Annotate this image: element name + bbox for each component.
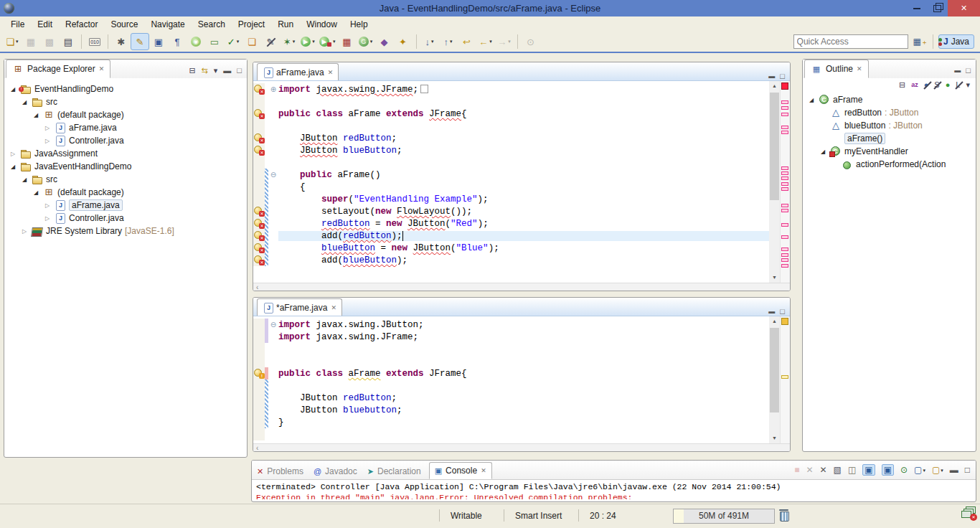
console-area-tab-problems[interactable]: ✕Problems	[252, 463, 308, 479]
minimize-button[interactable]: ▬	[950, 466, 958, 474]
close-icon[interactable]: ✕	[331, 304, 336, 311]
menu-file[interactable]: File	[4, 19, 31, 29]
code-line[interactable]	[253, 428, 769, 440]
error-marker-icon[interactable]	[253, 132, 265, 144]
error-marker-icon[interactable]	[253, 254, 265, 266]
code-line[interactable]: public class aFrame extends JFrame{	[253, 367, 769, 380]
collapsed-expander-icon[interactable]: ▷	[43, 215, 52, 222]
scrollbar-thumb[interactable]	[770, 328, 779, 412]
save-button[interactable]: ▦	[22, 33, 40, 50]
horizontal-scrollbar[interactable]: ‹	[253, 283, 790, 291]
next-annotation-dropdown-icon[interactable]: ▾	[431, 39, 434, 44]
tree-item-jre-system-library[interactable]: ▷JRE System Library [JavaSE-1.6]	[6, 225, 245, 237]
search-button[interactable]: ✦	[394, 33, 413, 50]
tree-item-aframe-[interactable]: aFrame()	[804, 132, 974, 145]
editor-tab-aframe-dirty[interactable]: *aFrame.java ✕	[257, 298, 342, 316]
ruler-pink-marker[interactable]	[781, 106, 788, 110]
remove-launch-button[interactable]: ✕	[806, 466, 813, 474]
show-source-of-selected-element-button[interactable]: ▣	[149, 33, 168, 50]
tree-item-controller-java[interactable]: ▷Controller.java	[6, 212, 245, 225]
scrollbar-thumb[interactable]	[770, 93, 779, 200]
ruler-pink-marker[interactable]	[781, 131, 788, 134]
outline-tab[interactable]: ▦ Outline ✕	[804, 60, 869, 78]
error-marker-icon[interactable]	[253, 242, 265, 254]
ruler-pink-marker[interactable]	[781, 113, 788, 116]
next-annotation-button[interactable]: ↓▾	[420, 33, 439, 50]
tree-item-aframe[interactable]: ◢aFrame	[804, 93, 974, 106]
scroll-up-icon[interactable]: ▲	[769, 316, 780, 326]
tree-item-aframe-java[interactable]: ▷aFrame.java	[6, 121, 245, 134]
new-xml-file-button[interactable]: ❏	[242, 33, 261, 50]
ruler-pink-marker[interactable]	[781, 264, 788, 268]
code-line[interactable]	[253, 156, 769, 169]
menu-refactor[interactable]: Refactor	[59, 19, 104, 29]
open-perspective-button[interactable]: ▦＋	[913, 37, 928, 47]
console-area-tab-declaration[interactable]: ➤Declaration	[362, 463, 426, 479]
expanded-expander-icon[interactable]: ◢	[819, 148, 827, 155]
collapsed-expander-icon[interactable]: ▷	[43, 138, 52, 144]
open-console-button[interactable]: ▢▾	[932, 466, 943, 474]
menu-window[interactable]: Window	[300, 19, 344, 29]
collapsed-expander-icon[interactable]: ▷	[43, 202, 52, 209]
code-line[interactable]: {	[253, 181, 769, 193]
vertical-scrollbar[interactable]: ▲ ▼	[769, 81, 780, 283]
pin-editor-button[interactable]: ⊙	[522, 33, 540, 50]
scroll-up-icon[interactable]: ▲	[769, 81, 780, 91]
sort-icon[interactable]: az	[911, 82, 918, 88]
fold-collapsed-icon[interactable]: ⊕	[268, 85, 278, 93]
fold-expanded-icon[interactable]: ⊖	[268, 321, 278, 329]
code-line[interactable]: blueButton = new JButton("Blue");	[253, 242, 769, 254]
tree-item-eventhandlingdemo[interactable]: ◢!EventHandlingDemo	[6, 82, 245, 95]
code-area[interactable]: ⊖import javax.swing.JButton;import javax…	[253, 316, 769, 443]
expanded-expander-icon[interactable]: ◢	[807, 97, 816, 103]
ruler-pink-marker[interactable]	[781, 100, 788, 104]
maximize-view-icon[interactable]: □	[780, 307, 785, 316]
view-menu-icon[interactable]: ▾	[966, 81, 970, 89]
coverage-dropdown-icon[interactable]: ▾	[333, 39, 336, 44]
code-line[interactable]	[253, 120, 769, 132]
ruler-pink-marker[interactable]	[781, 182, 788, 186]
ruler-pink-marker[interactable]	[781, 235, 788, 239]
error-marker-icon[interactable]	[253, 144, 265, 156]
display-console-button[interactable]: ▢▾	[914, 466, 925, 474]
run-button[interactable]: ▶▾	[298, 33, 317, 50]
display-console-dropdown-icon[interactable]: ▾	[923, 468, 925, 473]
code-line[interactable]: JButton blueButton;	[253, 144, 769, 156]
binary-document-button[interactable]: 010	[85, 33, 104, 50]
ruler-pink-marker[interactable]	[781, 171, 788, 175]
minimize-view-icon[interactable]: ▬	[768, 308, 775, 315]
error-marker-icon[interactable]	[253, 217, 265, 230]
toggle-check-button[interactable]: ✓▾	[224, 33, 242, 50]
collapsed-expander-icon[interactable]: ▷	[20, 228, 29, 235]
previous-annotation-dropdown-icon[interactable]: ▾	[450, 39, 453, 44]
scroll-lock-button[interactable]: ◫	[848, 466, 856, 474]
hide-fields-icon[interactable]: ●	[924, 81, 929, 89]
skip-breakpoints-button[interactable]: ✎	[261, 33, 280, 50]
minimize-view-icon[interactable]: ▬	[954, 67, 961, 74]
print-button[interactable]: ▤	[59, 33, 77, 50]
expanded-expander-icon[interactable]: ◢	[9, 86, 17, 93]
error-marker-icon[interactable]	[253, 230, 265, 242]
expanded-expander-icon[interactable]: ◢	[9, 164, 17, 170]
hide-local-types-icon[interactable]: L	[956, 81, 960, 89]
view-menu-icon[interactable]: ▾	[214, 67, 218, 75]
overview-ruler[interactable]	[780, 81, 790, 283]
tree-item--default-package-[interactable]: ◢⊞(default package)	[6, 108, 245, 121]
ruler-pink-marker[interactable]	[781, 248, 788, 251]
menu-search[interactable]: Search	[192, 19, 232, 29]
fold-expanded-icon[interactable]: ⊖	[268, 171, 278, 179]
code-line[interactable]: redButton = new JButton("Red");	[253, 217, 769, 230]
scroll-down-icon[interactable]: ▼	[769, 273, 780, 283]
new-junit-test-button[interactable]: ▦	[338, 33, 357, 50]
coverage-button[interactable]: ▶▾	[317, 33, 338, 50]
tree-item-myeventhandler[interactable]: ◢myEventHandler	[804, 145, 974, 158]
menu-run[interactable]: Run	[271, 19, 300, 29]
code-line[interactable]: ⊖ public aFrame()	[253, 169, 769, 181]
forward-dropdown-icon[interactable]: ▾	[508, 39, 511, 44]
mark-occurrences-button[interactable]: ✎	[131, 33, 149, 50]
close-icon[interactable]: ✕	[99, 65, 105, 72]
close-icon[interactable]: ✕	[857, 65, 862, 72]
expanded-expander-icon[interactable]: ◢	[20, 176, 29, 183]
code-line[interactable]: import javax.swing.JFrame;	[253, 331, 769, 343]
show-stdout-button[interactable]: ▣	[862, 464, 875, 476]
